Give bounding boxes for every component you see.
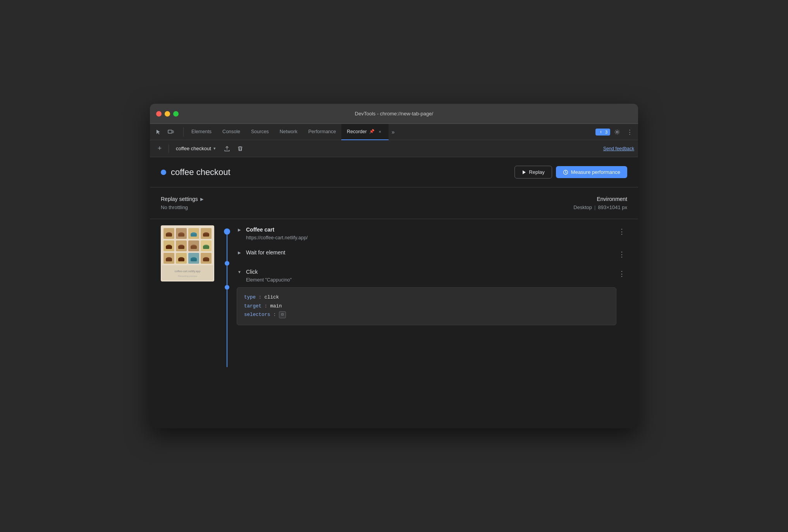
steps-area: coffee-cart.netlify.app Recording previe… xyxy=(150,219,638,373)
step-wait-more-button[interactable]: ⋮ xyxy=(616,249,627,260)
tab-performance[interactable]: Performance xyxy=(303,124,342,140)
svg-rect-17 xyxy=(191,233,197,237)
svg-rect-19 xyxy=(203,233,209,237)
title-bar: DevTools - chrome://new-tab-page/ xyxy=(150,104,638,124)
devtools-window: DevTools - chrome://new-tab-page/ Elemen… xyxy=(150,104,638,428)
recording-title-area: coffee checkout xyxy=(161,167,231,177)
steps-content: ▶ Coffee cart https://coffee-cart.netlif… xyxy=(236,225,627,367)
pin-icon: 📌 xyxy=(369,129,375,134)
env-device: Desktop xyxy=(573,204,592,210)
close-button[interactable] xyxy=(156,111,162,117)
step-coffee-cart-url: https://coffee-cart.netlify.app/ xyxy=(246,235,616,240)
timeline-dot-2 xyxy=(225,285,229,290)
svg-text:!: ! xyxy=(600,130,601,134)
step-wait-header: ▶ Wait for element xyxy=(236,249,616,256)
header-actions: Replay Measure performance xyxy=(514,166,627,178)
code-target-key: target xyxy=(244,304,262,309)
timeline-column xyxy=(223,225,231,367)
recording-title: coffee checkout xyxy=(171,167,231,177)
svg-rect-31 xyxy=(203,246,209,249)
maximize-button[interactable] xyxy=(173,111,179,117)
recorder-toolbar: + coffee checkout ▾ Send feedback xyxy=(150,140,638,157)
issues-badge[interactable]: ! 3 xyxy=(595,129,610,136)
env-separator: | xyxy=(594,204,595,210)
step-click: ▼ Click Element "Cappucino" type : click xyxy=(236,267,627,325)
tab-console[interactable]: Console xyxy=(217,124,246,140)
timeline-dot-1 xyxy=(225,261,229,266)
code-target-val: main xyxy=(270,304,282,309)
code-target-line: target : main xyxy=(244,302,609,311)
tab-sources[interactable]: Sources xyxy=(246,124,274,140)
step-coffee-cart-content: ▶ Coffee cart https://coffee-cart.netlif… xyxy=(236,226,616,240)
step-click-content: ▼ Click Element "Cappucino" type : click xyxy=(236,268,616,325)
step-wait-expand[interactable]: ▶ xyxy=(236,249,243,256)
main-content: coffee checkout Replay Measure performan… xyxy=(150,157,638,428)
env-size: 893×1041 px xyxy=(598,204,627,210)
svg-rect-37 xyxy=(166,258,172,261)
add-recording-button[interactable]: + xyxy=(154,143,165,154)
device-mode-icon-button[interactable] xyxy=(165,127,176,137)
timeline-line-0 xyxy=(227,235,227,261)
step-coffee-cart-header: ▶ Coffee cart xyxy=(236,226,616,233)
svg-rect-0 xyxy=(168,130,172,133)
step-wait-content: ▶ Wait for element xyxy=(236,249,616,256)
devtools-tabs-bar: Elements Console Sources Network Perform… xyxy=(150,124,638,140)
replay-button[interactable]: Replay xyxy=(514,166,552,178)
step-click-code-block: type : click target : main xyxy=(237,287,616,325)
step-coffee-cart-expand[interactable]: ▶ xyxy=(236,226,243,233)
recording-name: coffee checkout xyxy=(176,146,211,151)
timeline-dot-0 xyxy=(224,228,230,235)
recording-thumbnail: coffee-cart.netlify.app Recording previe… xyxy=(161,225,214,281)
window-title: DevTools - chrome://new-tab-page/ xyxy=(355,111,433,117)
step-click-expand[interactable]: ▼ xyxy=(236,268,243,275)
selectors-icon[interactable]: ⊡ xyxy=(279,311,286,318)
minimize-button[interactable] xyxy=(165,111,170,117)
svg-rect-25 xyxy=(166,246,172,249)
replay-settings-toggle[interactable]: Replay settings ▶ xyxy=(161,196,203,202)
svg-marker-5 xyxy=(523,170,526,174)
recording-selector[interactable]: coffee checkout ▾ xyxy=(172,144,220,153)
svg-rect-39 xyxy=(178,258,184,261)
step-click-more-button[interactable]: ⋮ xyxy=(616,268,627,279)
thumbnail-column: coffee-cart.netlify.app Recording previe… xyxy=(161,225,215,367)
tab-divider xyxy=(183,127,184,137)
svg-rect-13 xyxy=(166,233,172,237)
devtools-actions: ! 3 ⋮ xyxy=(595,127,635,137)
svg-rect-43 xyxy=(203,258,209,261)
environment-label: Environment xyxy=(573,196,627,202)
cursor-icon-button[interactable] xyxy=(153,127,164,137)
step-coffee-cart-more-button[interactable]: ⋮ xyxy=(616,226,627,237)
step-click-title: Click xyxy=(246,269,258,275)
export-button[interactable] xyxy=(221,143,233,154)
tab-recorder[interactable]: Recorder 📌 × xyxy=(341,124,388,140)
step-wait-title: Wait for element xyxy=(246,249,285,256)
settings-section: Replay settings ▶ No throttling Environm… xyxy=(150,187,638,219)
step-wait-for-element: ▶ Wait for element ⋮ xyxy=(236,247,627,267)
more-tabs-button[interactable]: » xyxy=(389,129,398,135)
step-click-subtitle: Element "Cappucino" xyxy=(246,277,616,283)
settings-button[interactable] xyxy=(612,127,623,137)
code-selectors-line: selectors : ⊡ xyxy=(244,311,609,319)
svg-rect-27 xyxy=(178,246,184,249)
delete-button[interactable] xyxy=(234,143,246,154)
svg-rect-44 xyxy=(162,265,213,280)
tab-network[interactable]: Network xyxy=(274,124,303,140)
step-coffee-cart: ▶ Coffee cart https://coffee-cart.netlif… xyxy=(236,225,627,247)
svg-text:Recording preview: Recording preview xyxy=(178,275,197,277)
tab-elements[interactable]: Elements xyxy=(186,124,217,140)
traffic-lights xyxy=(156,111,179,117)
measure-performance-button[interactable]: Measure performance xyxy=(556,166,627,178)
step-coffee-cart-title: Coffee cart xyxy=(246,227,274,233)
send-feedback-link[interactable]: Send feedback xyxy=(603,146,634,151)
more-options-button[interactable]: ⋮ xyxy=(624,127,635,137)
code-type-line: type : click xyxy=(244,293,609,302)
environment-value: Desktop | 893×1041 px xyxy=(573,204,627,210)
settings-right: Environment Desktop | 893×1041 px xyxy=(573,196,627,210)
timeline-steps: ▶ Coffee cart https://coffee-cart.netlif… xyxy=(223,225,627,367)
timeline-line-1 xyxy=(227,266,227,285)
svg-point-4 xyxy=(616,131,618,133)
settings-left: Replay settings ▶ No throttling xyxy=(161,196,203,210)
tab-close-button[interactable]: × xyxy=(377,129,383,135)
svg-rect-41 xyxy=(191,258,197,261)
code-type-key: type xyxy=(244,295,256,300)
